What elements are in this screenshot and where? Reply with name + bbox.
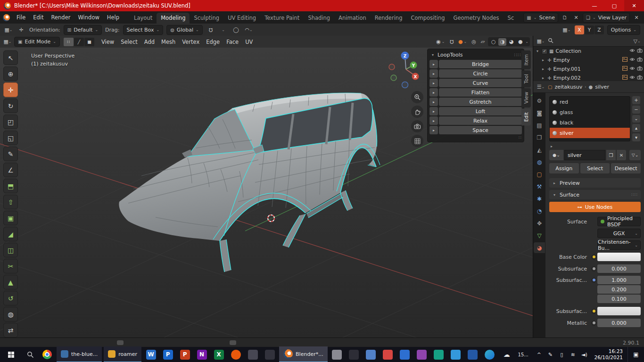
move-slot-down-button[interactable]: ▾ xyxy=(632,133,640,141)
tab-animation[interactable]: Animation xyxy=(334,13,371,24)
curve-button[interactable]: Curve xyxy=(439,79,522,87)
slot-specials-menu[interactable]: ⌄ xyxy=(632,115,640,123)
material-slot-black[interactable]: black xyxy=(550,117,630,128)
app-icon-lightblue[interactable] xyxy=(447,347,464,362)
menu-view[interactable]: View xyxy=(98,39,117,45)
tool-cursor[interactable]: ⊕ xyxy=(3,66,18,81)
tab-rendering[interactable]: Rendering xyxy=(371,13,407,24)
tab-object-properties[interactable]: ▢ xyxy=(534,169,545,180)
tool-loop-cut[interactable]: ◫ xyxy=(3,243,18,257)
tray-network-icon[interactable]: ≋ xyxy=(568,347,578,362)
menu-mesh[interactable]: Mesh xyxy=(158,39,179,45)
close-button[interactable]: ✕ xyxy=(624,0,644,11)
tool-scale[interactable]: ◰ xyxy=(3,115,18,129)
app-icon[interactable] xyxy=(261,347,278,362)
menu-uv[interactable]: UV xyxy=(242,39,256,45)
minimize-button[interactable]: — xyxy=(585,0,604,11)
disclosure-open-icon[interactable]: ▾ xyxy=(535,49,540,53)
app-icon-purple[interactable] xyxy=(413,347,430,362)
transform-pivot-dropdown[interactable]: ◍ Global ⌄ xyxy=(166,25,203,35)
sidebar-tab-edit[interactable]: Edit xyxy=(521,108,531,125)
tab-object-data-properties[interactable]: ▽ xyxy=(534,230,545,241)
drag-grip-icon[interactable]: ∷∷ xyxy=(514,52,521,58)
menu-window[interactable]: Window xyxy=(74,14,103,21)
space-options-expander[interactable]: ▸ xyxy=(429,126,438,134)
pan-hand-button[interactable] xyxy=(411,106,423,118)
tool-transform[interactable]: ◱ xyxy=(3,131,18,145)
preview-section-header[interactable]: ▸ Preview xyxy=(549,178,641,188)
start-button[interactable] xyxy=(0,347,22,362)
camera-restrict-icon[interactable] xyxy=(637,66,643,72)
eye-icon[interactable] xyxy=(629,75,635,81)
browse-material-button[interactable]: ●⌄ xyxy=(549,150,563,160)
tool-smooth[interactable]: ◍ xyxy=(3,307,18,321)
subsurface-value-field[interactable]: 0.000 xyxy=(597,264,641,273)
options-dropdown[interactable]: Options ⌄ xyxy=(607,25,640,35)
tool-knife[interactable]: ✂ xyxy=(3,259,18,273)
tab-particle-properties[interactable]: ✱ xyxy=(534,193,545,204)
tab-scene-properties[interactable]: ◭ xyxy=(534,144,545,155)
flatten-button[interactable]: Flatten xyxy=(439,88,522,97)
view-layer-selector[interactable]: ❏ ⌄ View Layer xyxy=(583,13,630,23)
tab-shading[interactable]: Shading xyxy=(304,13,334,24)
menu-file[interactable]: File xyxy=(13,14,29,21)
material-filter-dropdown[interactable]: ▽⌄ xyxy=(629,150,641,160)
add-slot-button[interactable]: + xyxy=(632,96,640,104)
taskbar-window-roamer[interactable]: roamer xyxy=(104,346,141,362)
publisher-icon[interactable]: P xyxy=(159,347,176,362)
tray-text[interactable]: 15... xyxy=(515,347,531,362)
camera-restrict-icon[interactable] xyxy=(637,57,643,63)
material-name-field[interactable] xyxy=(564,150,605,160)
value-socket-icon[interactable] xyxy=(590,266,597,272)
maximize-button[interactable]: ▢ xyxy=(604,0,624,11)
tool-edge-slide[interactable]: ⇄ xyxy=(3,323,18,337)
gstretch-button[interactable]: Gstretch xyxy=(439,98,522,106)
app-icon-darkblue[interactable] xyxy=(464,347,481,362)
snap-toggle-icon[interactable]: Ω xyxy=(206,25,215,34)
material-slot-red[interactable]: red xyxy=(550,97,630,107)
onenote-icon[interactable]: N xyxy=(193,347,210,362)
tool-add-cube[interactable]: ⬒ xyxy=(3,179,18,193)
eye-icon[interactable] xyxy=(629,48,635,54)
disclosure-closed-icon[interactable]: ▸ xyxy=(541,67,545,71)
unlink-scene-button[interactable]: ✕ xyxy=(571,13,581,22)
visibility-dropdown[interactable]: ◉⌄ xyxy=(435,39,446,45)
menu-add[interactable]: Add xyxy=(141,39,158,45)
filter-icon[interactable]: ▽⌄ xyxy=(632,37,642,46)
camera-restrict-icon[interactable] xyxy=(637,75,643,81)
wireframe-shading-button[interactable]: ○ xyxy=(489,38,497,46)
proportional-editing-dropdown[interactable]: ●⌄ xyxy=(457,39,468,45)
looptools-header[interactable]: ▾ LoopTools ∷∷ xyxy=(429,50,522,59)
sidebar-tab-tool[interactable]: Tool xyxy=(521,70,531,87)
move-slot-up-button[interactable]: ▴ xyxy=(632,124,640,132)
tab-output-properties[interactable]: ▤ xyxy=(534,120,545,131)
snap-magnet-icon[interactable]: Ω xyxy=(448,39,455,45)
menu-face[interactable]: Face xyxy=(223,39,242,45)
mode-dropdown[interactable]: ▣ Edit Mode ⌄ xyxy=(14,37,60,47)
eye-icon[interactable] xyxy=(629,66,635,72)
collection-checkbox[interactable]: ✓ xyxy=(542,49,547,54)
tab-scripting[interactable]: Sc xyxy=(504,13,519,24)
tab-uv-editing[interactable]: UV Editing xyxy=(223,13,260,24)
axis-y-button[interactable]: Y xyxy=(585,25,594,34)
vector-socket-icon[interactable] xyxy=(590,278,597,283)
blender-menu-icon[interactable] xyxy=(3,14,10,21)
tab-material-properties[interactable]: ◕ xyxy=(534,242,545,253)
remove-view-layer-button[interactable]: ✕ xyxy=(632,13,641,22)
tool-bevel[interactable]: ◢ xyxy=(3,227,18,241)
radius-x-field[interactable]: 1.000 xyxy=(597,276,641,284)
tab-sculpting[interactable]: Sculpting xyxy=(190,13,223,24)
tool-inset-faces[interactable]: ▣ xyxy=(3,211,18,225)
curve-options-expander[interactable]: ▸ xyxy=(429,79,438,87)
tab-modeling[interactable]: Modeling xyxy=(157,13,190,24)
tab-modifier-properties[interactable]: ⚒ xyxy=(534,181,545,192)
app-icon[interactable] xyxy=(346,347,363,362)
taskbar-search-icon[interactable] xyxy=(22,347,39,362)
unlink-material-button[interactable]: ✕ xyxy=(617,150,626,160)
flatten-options-expander[interactable]: ▸ xyxy=(429,88,438,97)
outliner-row-collection[interactable]: ▾ ✓ ▦ Collection xyxy=(533,47,644,56)
tab-physics-properties[interactable]: ◔ xyxy=(534,206,545,216)
tab-layout[interactable]: Layout xyxy=(130,13,157,24)
tool-move[interactable]: ✛ xyxy=(3,82,18,97)
snap-settings-dropdown[interactable]: ⌄ xyxy=(219,25,228,34)
